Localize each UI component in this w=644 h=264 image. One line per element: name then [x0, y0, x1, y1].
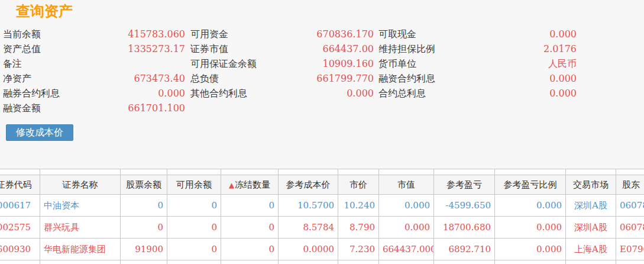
spacer-cell: [167, 169, 221, 175]
holdings-cell: 10.240: [338, 195, 379, 217]
holdings-cell: 群兴玩具: [40, 217, 121, 239]
summary-label: 融资金额: [3, 101, 92, 115]
summary-label: [377, 101, 480, 115]
holdings-row[interactable]: 600930华电新能源集团91900000.00007.230664437.00…: [0, 239, 644, 260]
spacer-cell: [40, 169, 121, 175]
summary-value: [92, 56, 188, 71]
summary-label: [188, 101, 294, 115]
summary-label: 货币单位: [377, 56, 480, 71]
summary-label: 维持担保比例: [377, 41, 480, 56]
summary-value: 661799.770: [294, 71, 377, 86]
empty-cell: [495, 260, 566, 264]
summary-value: 0.000: [480, 86, 580, 101]
spacer-cell: [0, 169, 40, 175]
summary-value: 661701.100: [92, 101, 188, 115]
empty-cell: [40, 260, 121, 264]
holdings-cell: 深圳A股: [566, 217, 616, 239]
header-label: 参考盈亏比例: [504, 179, 557, 190]
header-label: 可用余额: [176, 179, 212, 190]
summary-value: 0.000: [480, 27, 580, 41]
header-cell-6[interactable]: 市价: [338, 175, 379, 195]
header-cell-8[interactable]: 参考盈亏: [434, 175, 495, 195]
spacer-cell: [379, 169, 434, 175]
summary-value: [294, 101, 377, 115]
holdings-cell: 华电新能源集团: [40, 239, 121, 260]
header-cell-5[interactable]: 参考成本价: [279, 175, 338, 195]
holdings-cell: 06078: [616, 217, 644, 239]
summary-value: 2.0176: [480, 41, 580, 56]
summary-value: 0.000: [294, 86, 377, 101]
spacer-cell: [279, 169, 338, 175]
holdings-cell: 0.000: [495, 217, 566, 239]
holdings-cell: 600930: [0, 239, 40, 260]
holdings-cell: 0: [121, 217, 167, 239]
empty-cell: [0, 260, 40, 264]
holdings-table-wrap: 证券代码证券名称股票余额可用余额▲冻结数量参考成本价市价市值参考盈亏参考盈亏比例…: [0, 169, 644, 264]
header-label: 股票余额: [126, 179, 161, 190]
asset-summary-grid: 当前余额415783.060可用资金670836.170可取现金0.000资产总…: [3, 27, 580, 115]
header-cell-2[interactable]: 股票余额: [121, 175, 167, 195]
header-cell-0[interactable]: 证券代码: [0, 175, 40, 195]
header-label: 交易市场: [573, 179, 609, 190]
holdings-row[interactable]: 000617中油资本00010.570010.2400.000-4599.650…: [0, 195, 644, 217]
spacer-cell: [616, 169, 644, 175]
spacer-cell: [338, 169, 379, 175]
empty-cell: [434, 260, 495, 264]
holdings-cell: 0: [221, 217, 279, 239]
holdings-cell: -4599.650: [434, 195, 495, 217]
header-cell-4[interactable]: ▲冻结数量: [221, 175, 279, 195]
holdings-cell: 10.5700: [279, 195, 338, 217]
header-cell-10[interactable]: 交易市场: [566, 175, 616, 195]
summary-label: 净资产: [3, 71, 92, 86]
summary-value: 415783.060: [92, 27, 188, 41]
summary-value: 1335273.17: [92, 41, 188, 56]
empty-cell: [379, 260, 434, 264]
empty-cell: [121, 260, 167, 264]
holdings-cell: 6892.710: [434, 239, 495, 260]
header-cell-1[interactable]: 证券名称: [40, 175, 121, 195]
summary-value: 0.000: [92, 86, 188, 101]
holdings-row[interactable]: 002575群兴玩具0008.57848.7900.00018700.6800.…: [0, 217, 644, 239]
holdings-table: 证券代码证券名称股票余额可用余额▲冻结数量参考成本价市价市值参考盈亏参考盈亏比例…: [0, 169, 644, 264]
empty-cell: [221, 260, 279, 264]
summary-value: 673473.40: [92, 71, 188, 86]
holdings-cell: 18700.680: [434, 217, 495, 239]
spacer-cell: [121, 169, 167, 175]
summary-label: 合约总利息: [377, 86, 480, 101]
summary-label: 融券合约利息: [3, 86, 92, 101]
holdings-cell: E0796: [616, 239, 644, 260]
summary-label: 备注: [3, 56, 92, 71]
empty-cell: [167, 260, 221, 264]
summary-label: 可用保证金余额: [188, 56, 294, 71]
holdings-cell: 0.000: [379, 217, 434, 239]
modify-cost-price-button[interactable]: 修改成本价: [6, 124, 73, 141]
summary-label: 可取现金: [377, 27, 480, 41]
table-header-row: 证券代码证券名称股票余额可用余额▲冻结数量参考成本价市价市值参考盈亏参考盈亏比例…: [0, 175, 644, 195]
header-label: 参考盈亏: [446, 179, 482, 190]
holdings-cell: 中油资本: [40, 195, 121, 217]
holdings-cell: 91900: [121, 239, 167, 260]
holdings-cell: 0: [167, 217, 221, 239]
header-label: 证券名称: [63, 179, 98, 190]
holdings-cell: 0: [167, 239, 221, 260]
holdings-cell: 000617: [0, 195, 40, 217]
summary-value: 670836.170: [294, 27, 377, 41]
header-cell-9[interactable]: 参考盈亏比例: [495, 175, 566, 195]
summary-value: 10909.160: [294, 56, 377, 71]
header-cell-7[interactable]: 市值: [379, 175, 434, 195]
header-label: 证券代码: [0, 179, 32, 190]
sort-ascending-icon: ▲: [229, 181, 234, 189]
header-cell-11[interactable]: 股东: [616, 175, 644, 195]
holdings-cell: 002575: [0, 217, 40, 239]
holdings-cell: 0.000: [495, 195, 566, 217]
header-label: 冻结数量: [235, 179, 270, 190]
holdings-cell: 0.000: [379, 195, 434, 217]
header-label: 市值: [397, 179, 415, 190]
holdings-cell: 8.5784: [279, 217, 338, 239]
summary-value: 664437.00: [294, 41, 377, 56]
holdings-cell: 0.0000: [279, 239, 338, 260]
spacer-cell: [221, 169, 279, 175]
header-cell-3[interactable]: 可用余额: [167, 175, 221, 195]
holdings-cell: 664437.000: [379, 239, 434, 260]
holdings-cell: 7.230: [338, 239, 379, 260]
